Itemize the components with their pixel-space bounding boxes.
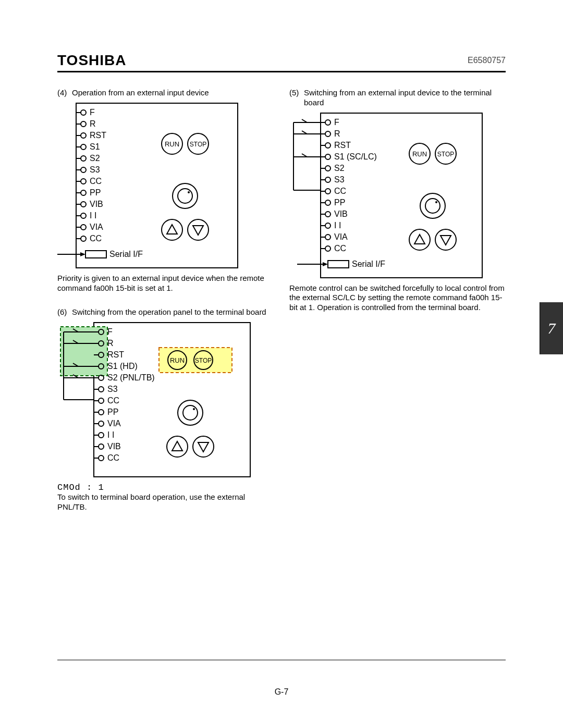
svg-point-35 [188,219,209,240]
diagram-6: FRRSTS1 (HD)S2 (PNL/TB)S3CCPPVIAI IVIBCC… [57,322,274,479]
svg-point-21 [81,225,86,230]
svg-marker-120 [440,236,451,245]
stop-button: STOP [195,357,212,364]
svg-point-77 [193,436,214,457]
svg-point-116 [435,201,437,203]
svg-point-88 [325,166,331,171]
svg-point-17 [81,202,86,207]
terminal-label: S1 [90,142,100,151]
terminal-label: I I [334,221,341,230]
svg-marker-26 [80,252,85,256]
svg-point-114 [420,193,445,218]
terminal-label: VIB [334,209,348,218]
svg-point-62 [99,455,104,461]
item-title: Switching from an external input device … [304,88,506,108]
caption-5: Remote control can be switched forcefull… [289,283,506,313]
item-number: (6) [57,307,72,317]
terminal-label: R [90,119,96,128]
terminal-label: S2 [334,164,345,172]
item-number: (5) [289,88,304,108]
item-number: (4) [57,88,72,98]
terminal-label: CC [90,177,102,186]
terminal-label: RST [107,350,124,359]
serial-label: Serial I/F [352,260,385,268]
terminal-label: S3 [90,165,100,174]
svg-point-13 [81,179,86,184]
svg-rect-79 [321,113,482,278]
terminal-label: I I [90,211,96,220]
item-title: Switching from the operation panel to th… [72,307,274,317]
terminal-label: S3 [107,385,118,393]
svg-point-94 [325,200,331,205]
svg-point-52 [99,398,104,403]
svg-point-92 [325,189,331,194]
diagram-4: FRRSTS1S2S3CCPPVIBI IVIACC Serial I/F RU… [57,102,274,270]
terminal-label: PP [334,198,345,207]
svg-point-31 [178,189,192,203]
item-5-heading: (5) Switching from an external input dev… [289,88,506,108]
document-number: E6580757 [468,56,506,65]
svg-marker-76 [172,441,182,451]
svg-point-9 [81,156,86,161]
terminal-label: VIA [107,419,121,428]
caption-4: Priority is given to an external input d… [57,274,274,293]
svg-point-60 [99,444,104,449]
svg-point-84 [325,143,331,148]
brand-logo: TOSHIBA [57,52,127,69]
caption-6: CMOd : 1 To switch to terminal board ope… [57,483,274,512]
svg-point-30 [173,183,198,208]
run-button: RUN [170,356,185,364]
svg-point-56 [99,421,104,426]
terminal-label: F [107,327,113,336]
terminal-label: F [334,118,339,127]
terminal-label: S1 (HD) [107,362,138,371]
footer-rule [57,660,506,660]
caption-6-text: To switch to terminal board operation, u… [57,492,245,511]
item-6-heading: (6) Switching from the operation panel t… [57,307,274,317]
stop-button: STOP [437,151,454,158]
svg-point-3 [81,121,86,127]
svg-point-98 [325,223,331,228]
svg-point-54 [99,410,104,415]
svg-point-7 [81,144,86,150]
terminal-label: CC [107,453,119,462]
svg-marker-78 [198,442,209,452]
terminal-label: R [107,339,114,348]
item-4-heading: (4) Operation from an external input dev… [57,88,274,98]
stop-button: STOP [190,141,206,148]
svg-point-80 [325,120,331,125]
terminal-label: S2 [90,154,100,163]
item-title: Operation from an external input device [72,88,274,98]
terminal-label: VIA [90,223,103,231]
svg-point-58 [99,433,104,438]
terminal-label: RST [334,141,351,150]
svg-marker-34 [167,225,177,234]
svg-point-5 [81,133,86,138]
terminal-label: CC [107,396,119,405]
section-tab: 7 [540,302,563,354]
terminal-label: PP [107,408,118,416]
terminal-label: S2 (PNL/TB) [107,373,155,382]
svg-rect-111 [328,261,349,268]
svg-point-19 [81,213,86,218]
svg-point-33 [162,219,182,240]
terminal-label: CC [334,244,346,253]
svg-rect-27 [85,251,106,258]
svg-marker-36 [193,226,203,235]
terminal-label: RST [90,131,106,140]
run-button: RUN [165,140,179,148]
page-header: TOSHIBA E6580757 [57,52,506,72]
svg-point-72 [178,400,203,425]
svg-point-15 [81,190,86,195]
svg-point-119 [435,229,456,250]
terminal-label: PP [90,188,101,197]
svg-point-74 [193,408,195,410]
svg-point-32 [188,191,190,193]
terminal-label: R [334,129,340,138]
terminal-label: S1 (SC/LC) [334,152,377,161]
serial-label: Serial I/F [109,250,143,258]
svg-point-75 [167,436,188,457]
svg-point-1 [81,110,86,115]
terminal-label: VIA [334,232,348,241]
cmod-code: CMOd : 1 [57,483,104,492]
